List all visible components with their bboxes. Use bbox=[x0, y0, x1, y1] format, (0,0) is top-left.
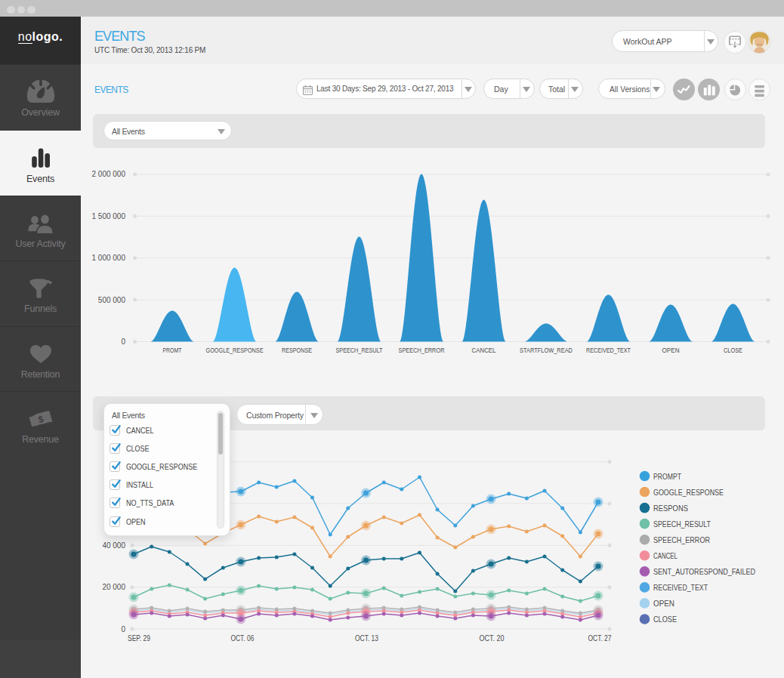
svg-text:RECEIVED_TEXT: RECEIVED_TEXT bbox=[653, 583, 708, 592]
svg-text:CLOSE: CLOSE bbox=[653, 615, 677, 624]
svg-text:GOOGLE_RESPONSE: GOOGLE_RESPONSE bbox=[206, 347, 264, 354]
svg-text:SPEECH_RESULT: SPEECH_RESULT bbox=[336, 347, 383, 354]
svg-text:1 000 000: 1 000 000 bbox=[92, 254, 126, 262]
svg-text:OPEN: OPEN bbox=[662, 347, 680, 354]
svg-text:40 000: 40 000 bbox=[102, 541, 125, 550]
svg-text:RESPONS: RESPONS bbox=[653, 504, 688, 513]
svg-text:STARTFLOW_READ: STARTFLOW_READ bbox=[520, 347, 573, 354]
svg-text:OCT. 27: OCT. 27 bbox=[588, 634, 612, 643]
svg-text:PROMT: PROMT bbox=[163, 347, 182, 354]
svg-text:GOOGLE_RESPONSE: GOOGLE_RESPONSE bbox=[653, 488, 724, 497]
svg-text:SEP. 29: SEP. 29 bbox=[128, 634, 150, 643]
svg-text:500 000: 500 000 bbox=[98, 296, 126, 304]
svg-text:0: 0 bbox=[121, 337, 125, 346]
svg-text:OCT. 13: OCT. 13 bbox=[355, 634, 378, 643]
svg-text:1 500 000: 1 500 000 bbox=[92, 212, 126, 220]
svg-text:CANCEL: CANCEL bbox=[472, 347, 496, 354]
svg-text:2 000 000: 2 000 000 bbox=[92, 170, 126, 178]
svg-text:RECEIVED_TEXT: RECEIVED_TEXT bbox=[586, 347, 631, 354]
svg-text:CANCEL: CANCEL bbox=[653, 551, 678, 560]
svg-text:0: 0 bbox=[121, 625, 125, 633]
svg-text:OCT. 20: OCT. 20 bbox=[480, 634, 505, 643]
svg-text:SPEECH_ERROR: SPEECH_ERROR bbox=[399, 347, 445, 354]
svg-text:SPEECH_ERROR: SPEECH_ERROR bbox=[653, 535, 710, 544]
svg-text:SPEECH_RESULT: SPEECH_RESULT bbox=[653, 519, 711, 529]
svg-text:20 000: 20 000 bbox=[102, 583, 125, 591]
svg-text:CLOSE: CLOSE bbox=[724, 347, 742, 354]
svg-text:PROMPT: PROMPT bbox=[653, 472, 681, 481]
svg-text:RESPONSE: RESPONSE bbox=[282, 347, 312, 354]
svg-text:OCT. 06: OCT. 06 bbox=[230, 634, 254, 643]
svg-text:SENT_AUTORESPOND_FAILED: SENT_AUTORESPOND_FAILED bbox=[653, 567, 755, 576]
svg-text:OPEN: OPEN bbox=[653, 599, 674, 608]
